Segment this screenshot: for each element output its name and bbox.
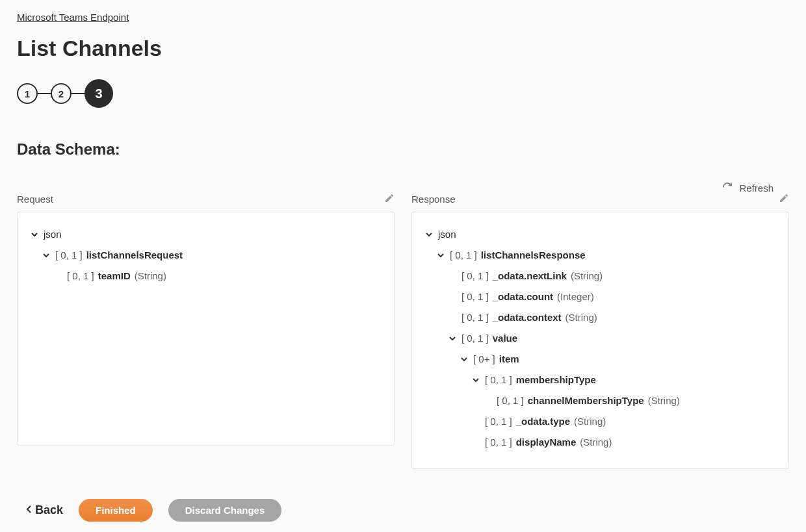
tree-node-listchannelsresponse[interactable]: [ 0, 1 ] listChannelsResponse [437, 245, 775, 266]
chevron-down-icon [437, 251, 446, 259]
tree-node-membershiptype[interactable]: [ 0, 1 ] membershipType [472, 370, 775, 390]
step-3[interactable]: 3 [84, 79, 113, 108]
section-title: Data Schema: [17, 140, 789, 158]
tree-type: (Integer) [557, 289, 594, 305]
tree-type: (String) [571, 268, 603, 284]
tree-node-odata-type[interactable]: [ 0, 1 ] _odata.type (String) [472, 411, 775, 432]
chevron-down-icon [460, 355, 469, 363]
cardinality: [ 0, 1 ] [462, 331, 489, 346]
back-button[interactable]: Back [26, 503, 63, 517]
tree-node-value[interactable]: [ 0, 1 ] value [448, 328, 775, 349]
response-schema-panel: json [ 0, 1 ] listChannelsResponse [411, 212, 789, 469]
tree-node-odata-nextlink[interactable]: [ 0, 1 ] _odata.nextLink (String) [448, 266, 775, 286]
cardinality: [ 0, 1 ] [485, 435, 512, 450]
tree-node-json[interactable]: json [425, 224, 775, 245]
cardinality: [ 0, 1 ] [55, 247, 83, 263]
tree-label: json [438, 227, 456, 242]
breadcrumb[interactable]: Microsoft Teams Endpoint [17, 12, 129, 23]
cardinality: [ 0, 1 ] [485, 372, 512, 388]
chevron-down-icon [31, 231, 40, 238]
cardinality: [ 0, 1 ] [462, 310, 489, 325]
tree-label: listChannelsRequest [86, 247, 183, 263]
cardinality: [ 0, 1 ] [497, 393, 524, 409]
tree-label: _odata.nextLink [493, 268, 567, 284]
step-connector [72, 93, 84, 94]
back-label: Back [35, 503, 63, 517]
tree-label: membershipType [516, 372, 596, 388]
tree-label: listChannelsResponse [481, 247, 586, 263]
tree-type: (String) [574, 414, 606, 429]
stepper: 1 2 3 [17, 79, 789, 108]
edit-request-button[interactable] [384, 193, 395, 205]
tree-node-displayname[interactable]: [ 0, 1 ] displayName (String) [472, 432, 775, 453]
tree-node-listchannelsrequest[interactable]: [ 0, 1 ] listChannelsRequest [42, 245, 381, 266]
cardinality: [ 0, 1 ] [67, 268, 94, 284]
discard-changes-button[interactable]: Discard Changes [168, 499, 282, 522]
pencil-icon [384, 194, 395, 205]
edit-response-button[interactable] [779, 193, 789, 205]
step-connector [38, 93, 51, 94]
request-column-title: Request [17, 194, 53, 205]
cardinality: [ 0+ ] [473, 351, 495, 367]
cardinality: [ 0, 1 ] [450, 247, 477, 263]
tree-node-odata-context[interactable]: [ 0, 1 ] _odata.context (String) [448, 307, 775, 328]
step-1[interactable]: 1 [17, 83, 38, 104]
tree-label: teamID [98, 268, 131, 284]
tree-node-json[interactable]: json [31, 224, 381, 245]
step-2[interactable]: 2 [51, 83, 72, 104]
tree-label: item [499, 351, 519, 367]
cardinality: [ 0, 1 ] [485, 414, 512, 429]
cardinality: [ 0, 1 ] [462, 268, 489, 284]
finished-button[interactable]: Finished [79, 499, 153, 522]
refresh-label: Refresh [739, 183, 774, 194]
chevron-down-icon [42, 251, 51, 259]
tree-type: (String) [648, 393, 680, 409]
page-title: List Channels [17, 36, 789, 61]
chevron-down-icon [472, 376, 481, 384]
tree-label: _odata.context [493, 310, 562, 325]
response-column-title: Response [411, 194, 456, 205]
tree-label: displayName [516, 435, 577, 450]
chevron-down-icon [425, 231, 434, 238]
cardinality: [ 0, 1 ] [462, 289, 489, 305]
tree-node-item[interactable]: [ 0+ ] item [460, 349, 775, 370]
tree-label: value [493, 331, 517, 346]
tree-node-teamid[interactable]: [ 0, 1 ] teamID (String) [54, 266, 381, 286]
chevron-left-icon [26, 503, 32, 517]
tree-node-odata-count[interactable]: [ 0, 1 ] _odata.count (Integer) [448, 286, 775, 307]
tree-type: (String) [135, 268, 166, 284]
request-schema-panel: json [ 0, 1 ] listChannelsRequest [17, 212, 395, 446]
tree-label: json [44, 227, 62, 242]
tree-type: (String) [566, 310, 597, 325]
tree-label: channelMembershipType [528, 393, 644, 409]
tree-type: (String) [580, 435, 612, 450]
tree-node-channelmembershiptype[interactable]: [ 0, 1 ] channelMembershipType (String) [484, 390, 775, 411]
pencil-icon [779, 194, 789, 205]
chevron-down-icon [448, 335, 458, 342]
tree-label: _odata.type [516, 414, 570, 429]
tree-label: _odata.count [493, 289, 553, 305]
